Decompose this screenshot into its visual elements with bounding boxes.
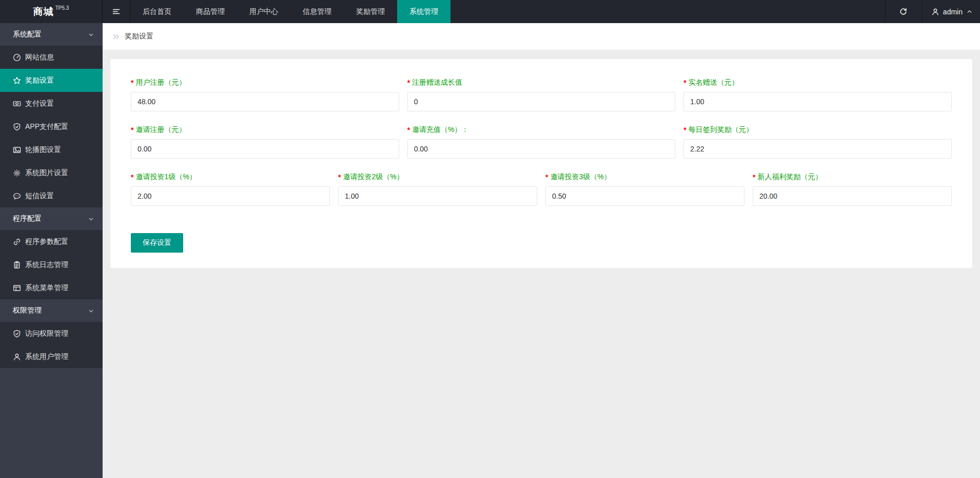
shield-check-icon (13, 123, 21, 131)
top-bar: 商城 TP5.3 后台首页 商品管理 用户中心 信息管理 奖励管理 系统管理 a… (0, 0, 980, 23)
app-title: 商城 (33, 5, 54, 18)
sidebar-item-program-params[interactable]: 程序参数配置 (0, 230, 103, 253)
newcomer-bonus-input[interactable] (753, 186, 952, 206)
username: admin (943, 8, 963, 16)
chevron-down-icon (88, 308, 94, 314)
field-label: *邀请充值（%）： (407, 125, 676, 135)
sidebar-item-label: APP支付配置 (25, 122, 68, 131)
sidebar-item-system-menus[interactable]: 系统菜单管理 (0, 276, 103, 299)
required-asterisk: * (683, 126, 686, 134)
invite-invest-l2-input[interactable] (338, 186, 537, 206)
realname-bonus-input[interactable] (683, 92, 952, 111)
form-field: *用户注册（元） (131, 78, 399, 111)
refresh-button[interactable] (885, 0, 922, 23)
save-settings-button[interactable]: 保存设置 (131, 233, 183, 253)
nav-item-products[interactable]: 商品管理 (184, 0, 237, 23)
nav-item-rewards[interactable]: 奖励管理 (344, 0, 397, 23)
app-version: TP5.3 (55, 5, 69, 11)
chevron-down-icon (88, 216, 94, 222)
sidebar-item-system-logs[interactable]: 系统日志管理 (0, 253, 103, 276)
sidebar-item-label: 系统用户管理 (25, 352, 68, 361)
invite-invest-l1-input[interactable] (131, 186, 330, 206)
register-growth-input[interactable] (407, 92, 676, 111)
form-field: *实名赠送（元） (683, 78, 952, 111)
sidebar-item-app-payment-config[interactable]: APP支付配置 (0, 115, 103, 138)
sidebar-item-label: 程序参数配置 (25, 237, 68, 246)
image-icon (13, 146, 21, 154)
form-field: *注册赠送成长值 (407, 78, 676, 111)
form-field: *每日签到奖励（元） (683, 125, 952, 159)
form-row-3: *邀请投资1级（%） *邀请投资2级（%） *邀请投资3级（%） *新人福利奖励… (131, 173, 952, 206)
nav-item-label: 商品管理 (196, 7, 225, 16)
sidebar-group-program-config: 程序参数配置 系统日志管理 系统菜单管理 (0, 230, 103, 299)
hamburger-menu-icon[interactable] (103, 0, 130, 23)
settings-card: *用户注册（元） *注册赠送成长值 *实名赠送（元） *邀请注册（元） (110, 59, 972, 268)
sidebar-section-permission-mgmt[interactable]: 权限管理 (0, 299, 103, 322)
star-icon (13, 77, 21, 85)
nav-item-system[interactable]: 系统管理 (397, 0, 450, 23)
sidebar-item-label: 系统日志管理 (25, 260, 68, 270)
sidebar-item-carousel-settings[interactable]: 轮播图设置 (0, 138, 103, 161)
sidebar-item-access-permissions[interactable]: 访问权限管理 (0, 322, 103, 345)
sidebar-section-program-config[interactable]: 程序配置 (0, 207, 103, 230)
chevron-down-icon (88, 31, 94, 38)
form-field: *邀请投资3级（%） (545, 173, 744, 206)
nav-item-dashboard[interactable]: 后台首页 (130, 0, 184, 23)
required-asterisk: * (131, 126, 133, 134)
user-menu[interactable]: admin (922, 0, 980, 23)
required-asterisk: * (407, 79, 410, 87)
topbar-spacer (450, 0, 885, 23)
invite-invest-l3-input[interactable] (545, 186, 744, 206)
sidebar-item-label: 系统菜单管理 (25, 283, 68, 293)
sidebar-item-label: 奖励设置 (25, 76, 54, 85)
sidebar-item-label: 访问权限管理 (25, 329, 68, 338)
clipboard-icon (13, 261, 21, 269)
required-asterisk: * (545, 173, 548, 181)
sidebar-item-payment-settings[interactable]: 支付设置 (0, 92, 103, 115)
invite-register-input[interactable] (131, 139, 399, 159)
top-navigation: 后台首页 商品管理 用户中心 信息管理 奖励管理 系统管理 (130, 0, 450, 23)
nav-item-label: 信息管理 (303, 7, 331, 16)
field-label: *用户注册（元） (131, 78, 399, 87)
form-row-2: *邀请注册（元） *邀请充值（%）： *每日签到奖励（元） (131, 125, 952, 159)
refresh-icon (899, 7, 908, 16)
sidebar-item-sms-settings[interactable]: 短信设置 (0, 184, 103, 207)
required-asterisk: * (338, 173, 341, 181)
required-asterisk: * (753, 173, 755, 181)
field-label: *每日签到奖励（元） (683, 125, 952, 135)
form-field: *邀请注册（元） (131, 125, 399, 159)
sidebar: 系统配置 网站信息 奖励设置 支付设置 APP支付配置 轮播图设置 (0, 23, 103, 478)
sidebar-item-system-images[interactable]: 系统图片设置 (0, 161, 103, 184)
sidebar-item-website-info[interactable]: 网站信息 (0, 46, 103, 69)
section-title: 权限管理 (13, 306, 42, 315)
nav-item-label: 系统管理 (409, 7, 438, 16)
required-asterisk: * (407, 126, 410, 134)
main-content: 奖励设置 *用户注册（元） *注册赠送成长值 *实名赠送（元） (103, 23, 980, 478)
section-title: 程序配置 (13, 214, 42, 223)
field-label: *实名赠送（元） (683, 78, 952, 87)
user-register-input[interactable] (131, 92, 399, 111)
section-title: 系统配置 (13, 30, 42, 39)
sidebar-group-system-config: 网站信息 奖励设置 支付设置 APP支付配置 轮播图设置 系统图片设置 (0, 46, 103, 207)
banknote-icon (13, 100, 21, 108)
sidebar-item-label: 支付设置 (25, 99, 54, 108)
shield-check-icon (13, 330, 21, 338)
form-field: *邀请充值（%）： (407, 125, 676, 159)
gauge-icon (13, 53, 21, 62)
breadcrumb: 奖励设置 (103, 23, 980, 50)
daily-signin-reward-input[interactable] (683, 139, 952, 159)
form-field: *邀请投资1级（%） (131, 173, 330, 206)
sidebar-item-label: 轮播图设置 (25, 145, 61, 155)
sidebar-section-system-config[interactable]: 系统配置 (0, 23, 103, 46)
app-logo: 商城 TP5.3 (0, 0, 103, 23)
sidebar-item-label: 系统图片设置 (25, 168, 68, 178)
invite-recharge-input[interactable] (407, 139, 676, 159)
nav-item-information[interactable]: 信息管理 (290, 0, 344, 23)
user-icon (931, 8, 939, 16)
link-icon (13, 238, 21, 246)
nav-item-user-center[interactable]: 用户中心 (237, 0, 290, 23)
sidebar-item-label: 短信设置 (25, 192, 54, 201)
field-label: *新人福利奖励（元） (753, 173, 952, 182)
sidebar-item-reward-settings[interactable]: 奖励设置 (0, 69, 103, 92)
sidebar-item-system-users[interactable]: 系统用户管理 (0, 345, 103, 368)
